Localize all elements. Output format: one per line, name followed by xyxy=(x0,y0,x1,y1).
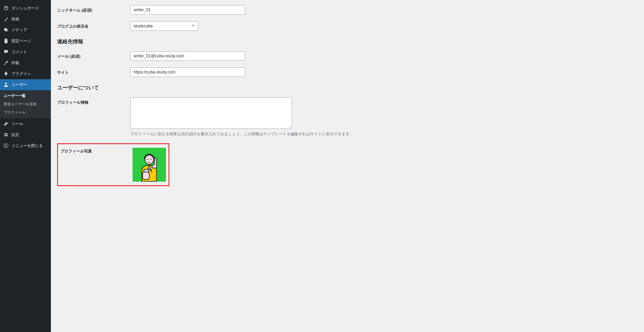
about-heading: ユーザーについて xyxy=(57,84,638,91)
collapse-icon xyxy=(3,143,9,149)
sidebar-sub-users-list[interactable]: ユーザー一覧 xyxy=(0,92,51,100)
sidebar-item-plugins[interactable]: プラグイン xyxy=(0,68,51,79)
pin-icon xyxy=(3,16,9,22)
svg-rect-4 xyxy=(4,135,8,136)
sidebar-item-comments[interactable]: コメント xyxy=(0,46,51,57)
sidebar-label: 外観 xyxy=(11,60,19,65)
display-name-value: studycuba xyxy=(134,24,153,28)
tools-icon xyxy=(3,121,9,127)
sidebar-label: ダッシュボード xyxy=(11,6,39,11)
plugin-icon xyxy=(3,71,9,77)
email-label: メール (必須) xyxy=(57,51,130,59)
sidebar-item-pages[interactable]: 固定ページ xyxy=(0,35,51,46)
nickname-input[interactable] xyxy=(130,5,245,15)
sidebar-item-settings[interactable]: 設定 xyxy=(0,129,51,140)
row-display-name: ブログ上の表示名 studycuba xyxy=(57,21,638,31)
main-content: ニックネーム (必須) ブログ上の表示名 studycuba 連絡先情報 メール… xyxy=(51,0,644,332)
comment-icon xyxy=(3,49,9,55)
svg-point-10 xyxy=(147,159,148,160)
sidebar-item-users[interactable]: ユーザー xyxy=(0,79,51,90)
nickname-label: ニックネーム (必須) xyxy=(57,5,130,13)
svg-point-7 xyxy=(4,144,8,148)
avatar xyxy=(133,148,166,182)
sidebar-users-submenu: ユーザー一覧 新規ユーザーを追加 プロフィール xyxy=(0,90,51,118)
pages-icon xyxy=(3,38,9,44)
svg-rect-5 xyxy=(5,133,5,135)
sidebar-label: コメント xyxy=(11,50,27,54)
display-name-label: ブログ上の表示名 xyxy=(57,21,130,29)
svg-point-9 xyxy=(145,155,153,164)
sidebar-sub-users-profile[interactable]: プロフィール xyxy=(0,108,51,117)
row-site: サイト xyxy=(57,67,638,77)
media-icon xyxy=(3,27,9,33)
avatar-label: プロフィール写真 xyxy=(61,148,133,154)
sidebar-label: プラグイン xyxy=(11,71,31,76)
contact-heading: 連絡先情報 xyxy=(57,38,638,45)
sidebar-label: メディア xyxy=(11,28,27,33)
sidebar-item-appearance[interactable]: 外観 xyxy=(0,57,51,68)
bio-label: プロフィール情報 xyxy=(57,97,130,105)
row-email: メール (必須) xyxy=(57,51,638,61)
admin-sidebar: ダッシュボード 投稿 メディア 固定ページ コメント 外観 プラグイン xyxy=(0,0,51,332)
site-label: サイト xyxy=(57,67,130,75)
sidebar-item-posts[interactable]: 投稿 xyxy=(0,14,51,24)
row-nickname: ニックネーム (必須) xyxy=(57,5,638,15)
sidebar-sub-users-new[interactable]: 新規ユーザーを追加 xyxy=(0,100,51,108)
sidebar-label: ツール xyxy=(11,121,23,126)
svg-point-11 xyxy=(150,159,151,160)
sidebar-item-tools[interactable]: ツール xyxy=(0,118,51,129)
sidebar-item-media[interactable]: メディア xyxy=(0,24,51,35)
sidebar-label: ユーザー xyxy=(11,82,27,87)
dashboard-icon xyxy=(3,5,9,11)
sidebar-item-collapse[interactable]: メニューを閉じる xyxy=(0,140,51,151)
svg-rect-3 xyxy=(4,133,8,134)
display-name-select[interactable]: studycuba xyxy=(130,21,198,31)
bio-help-text: プロフィールに添える簡単な自己紹介を書き入れてみましょう。この情報はテンプレート… xyxy=(130,132,638,137)
brush-icon xyxy=(3,60,9,66)
sidebar-item-dashboard[interactable]: ダッシュボード xyxy=(0,3,51,14)
email-input[interactable] xyxy=(130,51,245,61)
profile-photo-highlight: プロフィール写真 xyxy=(57,143,169,186)
site-input[interactable] xyxy=(130,67,245,77)
settings-icon xyxy=(3,132,9,138)
user-icon xyxy=(3,82,9,88)
svg-point-2 xyxy=(5,83,7,84)
sidebar-label: 投稿 xyxy=(11,17,19,22)
sidebar-label: 固定ページ xyxy=(11,39,31,44)
avatar-person-icon xyxy=(133,148,166,182)
sidebar-label: メニューを閉じる xyxy=(11,143,43,148)
bio-textarea[interactable] xyxy=(130,97,292,129)
sidebar-label: 設定 xyxy=(11,132,19,137)
svg-point-0 xyxy=(6,29,7,30)
chevron-down-icon xyxy=(191,23,195,29)
svg-rect-6 xyxy=(7,135,7,137)
row-bio: プロフィール情報 プロフィールに添える簡単な自己紹介を書き入れてみましょう。この… xyxy=(57,97,638,137)
